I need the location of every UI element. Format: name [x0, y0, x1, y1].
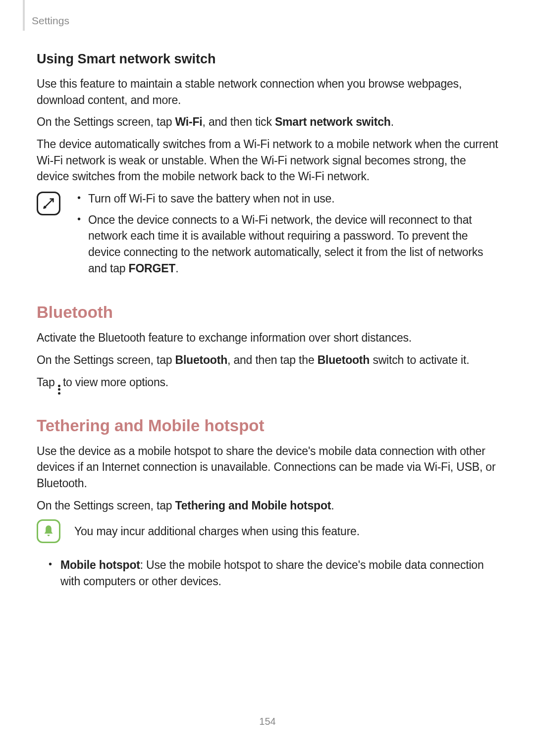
- caution-block: You may incur additional charges when us…: [37, 519, 499, 543]
- bluetooth-switch-label: Bluetooth: [318, 353, 370, 366]
- page-number: 154: [0, 716, 535, 727]
- header-section-label: Settings: [32, 15, 69, 27]
- manual-page: Settings Using Smart network switch Use …: [0, 0, 535, 756]
- text: On the Settings screen, tap: [37, 499, 175, 512]
- sns-instruction: On the Settings screen, tap Wi-Fi, and t…: [37, 114, 499, 130]
- text: .: [331, 499, 334, 512]
- text: switch to activate it.: [370, 353, 469, 366]
- bluetooth-intro: Activate the Bluetooth feature to exchan…: [37, 330, 499, 346]
- text: On the Settings screen, tap: [37, 115, 175, 128]
- bluetooth-instruction: On the Settings screen, tap Bluetooth, a…: [37, 352, 499, 368]
- heading-smart-network-switch: Using Smart network switch: [37, 51, 499, 67]
- smart-network-switch-label: Smart network switch: [275, 115, 391, 128]
- tethering-label: Tethering and Mobile hotspot: [175, 499, 331, 512]
- text: to view more options.: [60, 376, 168, 389]
- sns-intro: Use this feature to maintain a stable ne…: [37, 76, 499, 108]
- text: Tap: [37, 376, 58, 389]
- tether-bullet-list: Mobile hotspot: Use the mobile hotspot t…: [47, 557, 499, 589]
- note-icon: [37, 192, 60, 215]
- text: , and then tap the: [227, 353, 318, 366]
- sns-behaviour: The device automatically switches from a…: [37, 136, 499, 185]
- heading-tethering: Tethering and Mobile hotspot: [37, 416, 499, 435]
- bell-icon: [42, 524, 55, 538]
- forget-label: FORGET: [129, 262, 176, 275]
- tether-intro: Use the device as a mobile hotspot to sh…: [37, 443, 499, 492]
- note-list: Turn off Wi-Fi to save the battery when …: [74, 191, 499, 281]
- text: .: [391, 115, 394, 128]
- caution-text: You may incur additional charges when us…: [74, 525, 360, 538]
- text: .: [175, 262, 178, 275]
- tether-item-mobile-hotspot: Mobile hotspot: Use the mobile hotspot t…: [47, 557, 499, 589]
- caution-icon-box: [37, 519, 60, 543]
- mobile-hotspot-label: Mobile hotspot: [60, 558, 140, 571]
- note-item-forget: Once the device connects to a Wi-Fi netw…: [74, 212, 499, 277]
- note-item-battery: Turn off Wi-Fi to save the battery when …: [74, 191, 499, 207]
- text: On the Settings screen, tap: [37, 353, 175, 366]
- page-content: Using Smart network switch Use this feat…: [37, 51, 499, 589]
- tether-instruction: On the Settings screen, tap Tethering an…: [37, 498, 499, 514]
- note-block: Turn off Wi-Fi to save the battery when …: [37, 191, 499, 281]
- bluetooth-label: Bluetooth: [175, 353, 228, 366]
- pencil-note-icon: [42, 197, 55, 210]
- wifi-label: Wi-Fi: [175, 115, 203, 128]
- bluetooth-more-options: Tap to view more options.: [37, 374, 499, 395]
- header-rule: [23, 0, 25, 31]
- heading-bluetooth: Bluetooth: [37, 303, 499, 322]
- text: , and then tick: [203, 115, 275, 128]
